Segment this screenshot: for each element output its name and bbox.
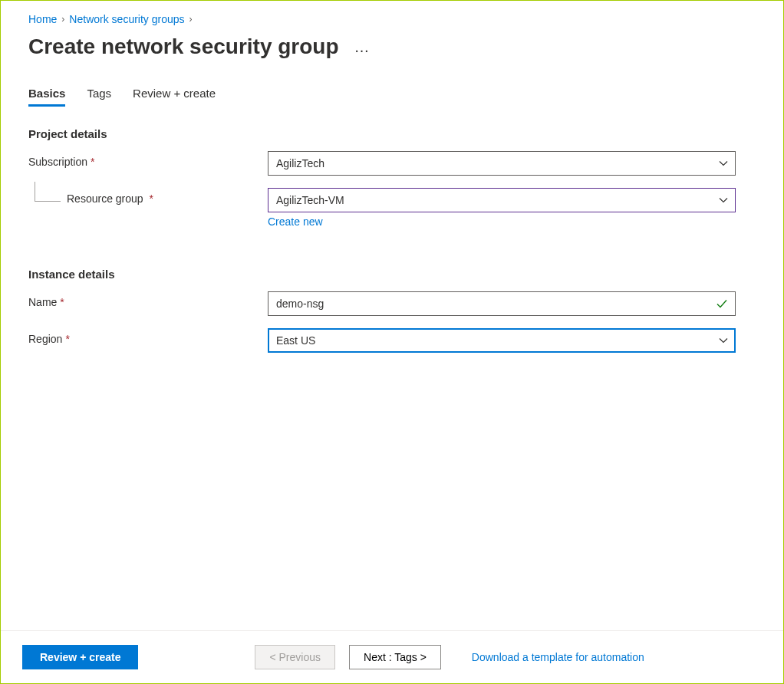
required-indicator: * <box>65 333 69 345</box>
more-actions-icon[interactable]: … <box>354 38 371 56</box>
subscription-label: Subscription <box>28 156 87 168</box>
tab-review-create[interactable]: Review + create <box>133 87 216 107</box>
required-indicator: * <box>60 296 64 308</box>
breadcrumb-home[interactable]: Home <box>28 13 57 25</box>
name-label: Name <box>28 296 57 308</box>
resource-group-select[interactable]: AgilizTech-VM <box>268 188 736 212</box>
tab-tags[interactable]: Tags <box>87 87 111 107</box>
instance-details-heading: Instance details <box>28 268 756 281</box>
project-details-heading: Project details <box>28 127 756 140</box>
tab-basics[interactable]: Basics <box>28 87 65 107</box>
footer: Review + create < Previous Next : Tags >… <box>1 630 783 683</box>
chevron-right-icon: › <box>61 14 64 25</box>
tree-connector-icon <box>35 182 61 202</box>
page-title: Create network security group <box>28 35 339 59</box>
region-label: Region <box>28 333 62 345</box>
tabs: Basics Tags Review + create <box>28 87 756 107</box>
resource-group-label: Resource group <box>67 192 143 205</box>
name-input[interactable]: demo-nsg <box>268 291 736 316</box>
required-indicator: * <box>150 192 153 205</box>
previous-button: < Previous <box>255 645 335 669</box>
subscription-value: AgilizTech <box>276 157 324 169</box>
download-template-link[interactable]: Download a template for automation <box>472 651 644 663</box>
required-indicator: * <box>91 156 94 168</box>
breadcrumb-nsg[interactable]: Network security groups <box>69 13 184 25</box>
subscription-select[interactable]: AgilizTech <box>268 151 736 176</box>
region-value: East US <box>276 334 315 347</box>
resource-group-value: AgilizTech-VM <box>276 194 344 206</box>
next-button[interactable]: Next : Tags > <box>349 645 441 669</box>
breadcrumb: Home › Network security groups › <box>28 13 756 25</box>
name-value: demo-nsg <box>276 298 324 310</box>
chevron-right-icon: › <box>189 14 193 25</box>
create-new-link[interactable]: Create new <box>268 215 323 228</box>
region-select[interactable]: East US <box>268 328 736 353</box>
review-create-button[interactable]: Review + create <box>22 645 138 669</box>
